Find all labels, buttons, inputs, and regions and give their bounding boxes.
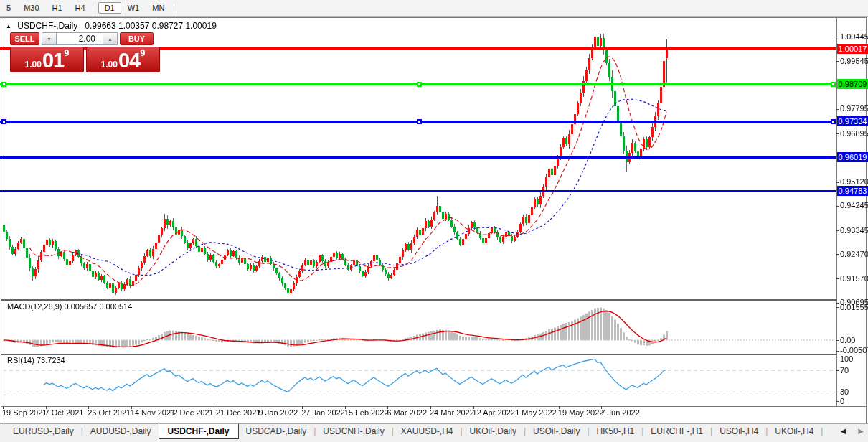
macd-axis-tick xyxy=(836,351,839,352)
chart-tab-ukoilh4[interactable]: UKOil-,H4 xyxy=(768,424,821,438)
macd-axis-tick xyxy=(836,340,839,341)
chart-tab-usoildaily[interactable]: USOil-,Daily xyxy=(526,424,587,438)
price-axis-label: 0.95120 xyxy=(840,177,868,186)
time-axis-tick xyxy=(430,406,431,409)
chart-tab-usdcnhdaily[interactable]: USDCNH-,Daily xyxy=(316,424,391,438)
time-axis-label: 9 Jan 2022 xyxy=(259,408,298,417)
time-axis-tick xyxy=(131,406,132,409)
rsi-axis-label: 0 xyxy=(840,397,844,405)
line-handle-right[interactable] xyxy=(831,82,836,87)
sell-price-prefix: 1.00 xyxy=(25,60,42,70)
macd-rsi-separator[interactable] xyxy=(1,354,836,355)
price-axis-tick xyxy=(836,230,839,231)
buy-button[interactable]: BUY xyxy=(120,32,154,45)
sell-price-big: 01 xyxy=(42,51,64,70)
toolbar-separator xyxy=(95,2,95,14)
buy-price-big: 04 xyxy=(118,51,140,70)
price-axis-tick xyxy=(836,37,839,37)
price-axis-tick xyxy=(836,278,839,279)
tab-scroll-right-icon[interactable]: ▶ xyxy=(858,427,864,435)
chart-plot-area[interactable] xyxy=(0,17,836,423)
chart-tab-eurchfh1[interactable]: EURCHF-,H1 xyxy=(643,424,710,438)
chart-tab-eurusddaily[interactable]: EURUSD-,Daily xyxy=(6,424,81,438)
line-handle-left[interactable] xyxy=(1,82,6,87)
one-click-trading-panel: SELL ▼ 2.00 ▲ BUY 1.00019 1.00049 xyxy=(10,32,161,72)
time-axis-tick xyxy=(559,406,560,409)
time-axis-tick xyxy=(217,406,217,409)
time-axis-label: 14 Nov 2021 xyxy=(131,408,175,417)
timeframe-button-mn[interactable]: MN xyxy=(146,2,171,14)
time-axis-tick xyxy=(260,406,260,409)
timeframe-button-h1[interactable]: H1 xyxy=(46,2,69,14)
price-axis-tick xyxy=(836,182,839,183)
volume-increase-button[interactable]: ▲ xyxy=(103,32,118,45)
window-border-right xyxy=(866,17,867,423)
tab-scroll-left-icon[interactable]: ◀ xyxy=(841,427,846,435)
chart-symbol: USDCHF-,Daily xyxy=(17,21,77,31)
time-axis-tick xyxy=(473,406,474,409)
time-axis-tick xyxy=(345,406,346,409)
window-border-left xyxy=(1,17,1,423)
sell-button[interactable]: SELL xyxy=(10,32,39,45)
buy-price-button[interactable]: 1.00049 xyxy=(86,47,160,72)
rsi-label: RSI(14) 73.7234 xyxy=(7,356,65,365)
price-axis-label: 0.92470 xyxy=(840,250,868,258)
chart-tab-usdchfdaily[interactable]: USDCHF-,Daily xyxy=(159,424,239,439)
rsi-axis-tick xyxy=(836,401,839,402)
time-axis-label: 12 Apr 2022 xyxy=(473,408,515,417)
price-axis-tick xyxy=(836,206,839,207)
sell-price-button[interactable]: 1.00019 xyxy=(10,47,84,72)
price-axis-separator xyxy=(836,17,837,406)
price-axis-label: 0.97795 xyxy=(840,104,868,113)
chart-tab-audusddaily[interactable]: AUDUSD-,Daily xyxy=(83,424,159,438)
price-badge-1.00017: 1.00017 xyxy=(837,44,868,54)
price-axis-tick xyxy=(836,133,839,134)
chart-tab-ukoildaily[interactable]: UKOil-,Daily xyxy=(463,424,524,438)
chart-ohlc-values: 0.99663 1.00357 0.98727 1.00019 xyxy=(85,21,217,31)
chart-tab-xauusdh4[interactable]: XAUUSD-,H4 xyxy=(394,424,461,438)
time-axis-tick xyxy=(387,406,388,409)
time-axis-label: 21 Dec 2021 xyxy=(216,408,260,417)
collapse-triangle-icon[interactable]: ▲ xyxy=(6,23,11,29)
timeframe-button-m30[interactable]: M30 xyxy=(17,2,45,14)
time-axis-tick xyxy=(3,406,4,409)
horizontal-line-0.96019[interactable] xyxy=(0,156,836,159)
time-axis-label: 6 Mar 2022 xyxy=(387,408,427,417)
volume-decrease-button[interactable]: ▼ xyxy=(42,32,57,45)
timeframe-button-h4[interactable]: H4 xyxy=(69,2,92,14)
timeframe-button-d1[interactable]: D1 xyxy=(98,2,121,14)
rsi-axis-tick xyxy=(836,392,839,392)
buy-price-prefix: 1.00 xyxy=(101,60,118,70)
window-border-left-inner xyxy=(4,17,4,423)
line-handle-center[interactable] xyxy=(417,82,422,87)
rsi-axis-label: 100 xyxy=(840,354,853,363)
chart-tab-hk50h1[interactable]: HK50-,H1 xyxy=(590,424,642,438)
price-badge-0.94783: 0.94783 xyxy=(837,186,868,196)
line-handle-center[interactable] xyxy=(417,119,422,124)
volume-input[interactable]: 2.00 xyxy=(57,32,103,45)
price-badge-0.96019: 0.96019 xyxy=(837,152,868,162)
price-axis-label: 0.91570 xyxy=(840,274,868,283)
timeframe-button-w1[interactable]: W1 xyxy=(121,2,146,14)
time-axis-label: 7 Oct 2021 xyxy=(45,408,84,417)
buy-price-pip: 9 xyxy=(140,49,145,57)
main-macd-separator[interactable] xyxy=(1,299,836,301)
price-badge-0.97334: 0.97334 xyxy=(837,116,868,126)
line-handle-left[interactable] xyxy=(1,119,6,124)
macd-label: MACD(12,26,9) 0.005657 0.000514 xyxy=(7,302,132,311)
horizontal-line-0.94783[interactable] xyxy=(0,190,836,192)
chart-tab-usdcaddaily[interactable]: USDCAD-,Daily xyxy=(239,424,314,438)
timeframe-button-5[interactable]: 5 xyxy=(0,2,17,14)
time-axis-label: 24 Mar 2022 xyxy=(430,408,474,417)
chart-tab-usoilh4[interactable]: USOil-,H4 xyxy=(712,424,765,438)
timeframe-toolbar: 5M30H1H4D1W1MN xyxy=(0,0,868,17)
time-axis-tick xyxy=(516,406,516,409)
price-badge-0.98709: 0.98709 xyxy=(837,79,868,89)
time-axis-label: 26 Oct 2021 xyxy=(88,408,131,417)
price-axis-label: 0.94245 xyxy=(840,201,868,210)
time-axis-label: 15 Feb 2022 xyxy=(344,408,389,417)
price-axis-tick xyxy=(836,61,839,62)
line-handle-right[interactable] xyxy=(831,119,836,124)
time-axis-tick xyxy=(174,406,174,409)
rsi-axis-tick xyxy=(836,370,839,371)
